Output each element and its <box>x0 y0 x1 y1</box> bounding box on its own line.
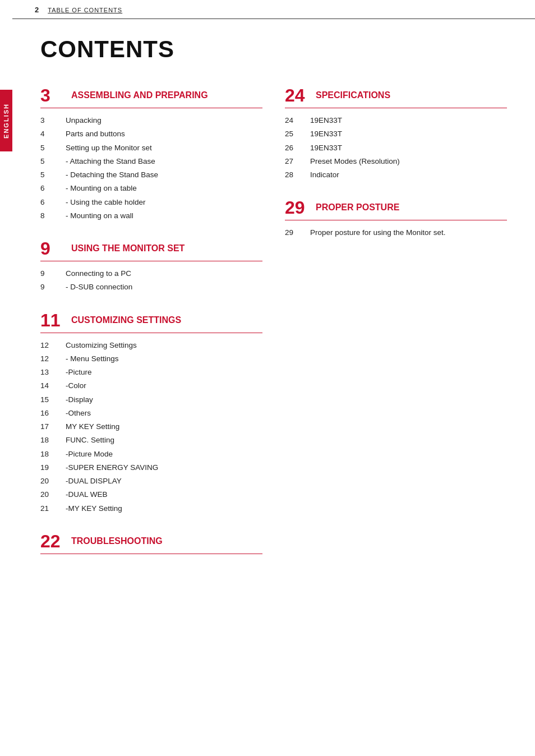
section-divider <box>40 333 262 333</box>
toc-entry-text: 19EN33T <box>310 115 342 126</box>
section-heading: 24SPECIFICATIONS <box>285 85 507 104</box>
section-block: 9USING THE MONITOR SET9Connecting to a P… <box>40 238 262 294</box>
toc-entry-text: - Attaching the Stand Base <box>66 156 155 167</box>
toc-entry-num: 20 <box>40 490 66 499</box>
toc-entry-num: 3 <box>40 116 66 125</box>
toc-entry: 12Customizing Settings <box>40 339 262 352</box>
section-number: 24 <box>285 85 316 104</box>
toc-entry-num: 17 <box>40 422 66 431</box>
toc-entry-num: 12 <box>40 354 66 363</box>
section-heading: 9USING THE MONITOR SET <box>40 238 262 257</box>
main-content: CONTENTS 3ASSEMBLING AND PREPARING3Unpac… <box>12 19 535 592</box>
toc-entry-text: -Picture <box>66 367 92 378</box>
toc-entry-text: -DUAL WEB <box>66 489 108 500</box>
section-title: ASSEMBLING AND PREPARING <box>71 85 208 102</box>
toc-entry-text: - Menu Settings <box>66 353 119 365</box>
toc-entry-num: 5 <box>40 157 66 165</box>
section-title: USING THE MONITOR SET <box>71 238 185 255</box>
section-block: 3ASSEMBLING AND PREPARING3Unpacking4Part… <box>40 85 262 223</box>
section-divider <box>40 554 262 554</box>
toc-entry-num: 20 <box>40 477 66 485</box>
toc-entry-num: 29 <box>285 228 310 237</box>
section-divider <box>285 220 507 220</box>
toc-entry-text: -Others <box>66 408 91 419</box>
toc-entry: 9 - D-SUB connection <box>40 280 262 294</box>
toc-entry-text: - Mounting on a wall <box>66 210 133 222</box>
section-divider <box>40 108 262 108</box>
toc-entry-num: 16 <box>40 409 66 417</box>
toc-entry-text: -SUPER ENERGY SAVING <box>66 462 158 473</box>
toc-entry: 28Indicator <box>285 168 507 182</box>
section-block: 11CUSTOMIZING SETTINGS12Customizing Sett… <box>40 310 262 515</box>
toc-entry: 18FUNC. Setting <box>40 434 262 447</box>
side-tab: ENGLISH <box>0 90 12 151</box>
section-heading: 29PROPER POSTURE <box>285 197 507 216</box>
toc-entry-text: 19EN33T <box>310 128 342 140</box>
toc-entry-num: 8 <box>40 211 66 220</box>
toc-entry: 4Parts and buttons <box>40 127 262 141</box>
side-tab-label: ENGLISH <box>3 103 10 139</box>
header-page-num: 2 <box>35 6 39 14</box>
toc-entry-num: 15 <box>40 395 66 404</box>
toc-entry-text: Indicator <box>310 169 339 181</box>
toc-entry: 3Unpacking <box>40 114 262 127</box>
toc-entry: 20 -DUAL WEB <box>40 488 262 501</box>
toc-entry: 14 -Color <box>40 379 262 393</box>
toc-entry-text: MY KEY Setting <box>66 421 119 432</box>
column-right: 24SPECIFICATIONS2419EN33T2519EN33T2619EN… <box>285 80 507 570</box>
toc-entry-text: -Display <box>66 394 93 405</box>
section-block: 24SPECIFICATIONS2419EN33T2519EN33T2619EN… <box>285 85 507 182</box>
section-title: SPECIFICATIONS <box>316 85 390 102</box>
section-title: PROPER POSTURE <box>316 197 399 214</box>
top-header: 2 TABLE OF CONTENTS <box>12 0 535 19</box>
section-heading: 3ASSEMBLING AND PREPARING <box>40 85 262 104</box>
toc-entry: 5Setting up the Monitor set <box>40 141 262 155</box>
toc-entry-text: Customizing Settings <box>66 340 137 351</box>
toc-entry: 16 -Others <box>40 407 262 420</box>
toc-entry-text: Connecting to a PC <box>66 268 131 279</box>
section-number: 9 <box>40 238 71 257</box>
toc-entry-text: - Detaching the Stand Base <box>66 169 158 181</box>
toc-entry-text: -Picture Mode <box>66 449 113 460</box>
toc-entry-text: -MY KEY Setting <box>66 503 122 514</box>
toc-entry-num: 5 <box>40 170 66 179</box>
toc-entry-num: 4 <box>40 130 66 138</box>
toc-entry-num: 13 <box>40 368 66 376</box>
toc-entry: 27 Preset Modes (Resolution) <box>285 155 507 168</box>
section-title: CUSTOMIZING SETTINGS <box>71 310 181 326</box>
section-block: 29PROPER POSTURE29Proper posture for usi… <box>285 197 507 239</box>
toc-entry-text: - Mounting on a table <box>66 183 137 194</box>
toc-entry: 6 - Mounting on a table <box>40 182 262 195</box>
toc-entry: 18 -Picture Mode <box>40 448 262 461</box>
toc-entry-text: Proper posture for using the Monitor set… <box>310 227 446 238</box>
section-number: 29 <box>285 197 316 216</box>
toc-entry: 13 -Picture <box>40 366 262 379</box>
toc-entry: 2619EN33T <box>285 141 507 155</box>
section-divider <box>285 108 507 108</box>
toc-entry-text: Setting up the Monitor set <box>66 142 152 154</box>
toc-entry-text: 19EN33T <box>310 142 342 154</box>
toc-entry-num: 26 <box>285 144 310 152</box>
toc-entry-num: 25 <box>285 130 310 138</box>
toc-entry-num: 14 <box>40 381 66 390</box>
page-wrapper: ENGLISH 2 TABLE OF CONTENTS CONTENTS 3AS… <box>0 0 535 756</box>
two-column-layout: 3ASSEMBLING AND PREPARING3Unpacking4Part… <box>40 80 507 570</box>
toc-entry-num: 12 <box>40 341 66 349</box>
toc-entry-num: 18 <box>40 450 66 458</box>
toc-entry-text: - Using the cable holder <box>66 197 146 208</box>
toc-entry: 6 - Using the cable holder <box>40 196 262 209</box>
toc-entry-text: -Color <box>66 380 86 391</box>
toc-entry: 2519EN33T <box>285 127 507 141</box>
section-divider <box>40 261 262 261</box>
toc-entry: 21 -MY KEY Setting <box>40 502 262 515</box>
toc-entry: 20 -DUAL DISPLAY <box>40 474 262 488</box>
section-title: TROUBLESHOOTING <box>71 531 163 547</box>
section-heading: 22TROUBLESHOOTING <box>40 531 262 550</box>
column-left: 3ASSEMBLING AND PREPARING3Unpacking4Part… <box>40 80 262 570</box>
toc-entry: 9Connecting to a PC <box>40 267 262 280</box>
toc-entry-num: 6 <box>40 184 66 192</box>
toc-entry-num: 21 <box>40 504 66 513</box>
toc-entry: 17MY KEY Setting <box>40 420 262 434</box>
toc-entry-num: 27 <box>285 157 310 165</box>
toc-entry-num: 24 <box>285 116 310 125</box>
